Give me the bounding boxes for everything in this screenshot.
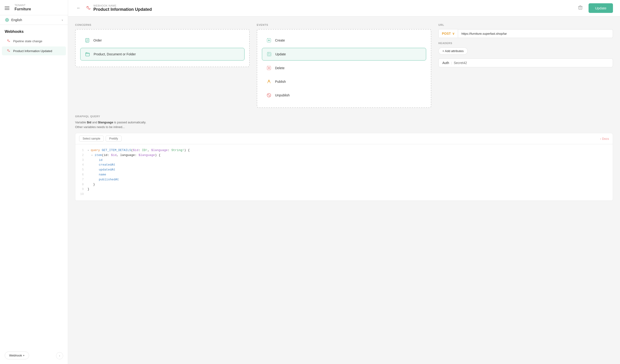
line-num-5: 5 (79, 167, 84, 172)
language-name: English (11, 18, 60, 22)
line-content-3: id (88, 158, 103, 163)
concerns-box: Order Product, Document or Folder (75, 29, 250, 67)
event-unpublish-label: Unpublish (275, 93, 290, 97)
method-value: POST (442, 32, 451, 35)
line-content-2: ▾ item(id: $id, language: $language) { (88, 153, 160, 158)
event-update-label: Update (275, 52, 286, 56)
svg-point-4 (9, 41, 10, 42)
line-num-2: 2 (79, 153, 84, 158)
update-icon (266, 51, 272, 58)
order-icon (84, 37, 91, 44)
code-line-8: 8 } (79, 182, 609, 187)
graphql-code-area[interactable]: 1 ▾ query GET_ITEM_DETAILS($id: ID!, $la… (75, 144, 613, 200)
tenant-label: Tenant (15, 4, 31, 7)
events-label: EVENTS (257, 23, 431, 26)
sidebar-item-product[interactable]: Product Information Updated (2, 46, 66, 55)
collapse-sidebar-button[interactable]: ‹ (56, 352, 63, 359)
http-method-select[interactable]: POST ∨ (438, 29, 458, 38)
graphql-section-label: GRAPHQL QUERY (75, 115, 613, 118)
create-icon (266, 37, 272, 44)
header-auth-row: Auth : Secret42 (438, 58, 613, 67)
header-key-auth: Auth (442, 61, 449, 65)
tenant-name: Furniture (15, 7, 31, 11)
update-button[interactable]: Update (589, 3, 613, 13)
code-line-2: 2 ▾ item(id: $id, language: $language) { (79, 153, 609, 158)
code-line-7: 7 publishedAt (79, 177, 609, 182)
add-webhook-button[interactable]: Webhook + (5, 351, 29, 359)
graphql-section: GRAPHQL QUERY Variable $id and $language… (75, 115, 613, 201)
url-label: URL (438, 23, 613, 26)
pipeline-webhook-icon (7, 39, 11, 43)
svg-point-8 (89, 8, 90, 9)
graphql-description: Variable $id and $language is passed aut… (75, 120, 613, 129)
hamburger-icon[interactable] (5, 7, 9, 10)
code-line-5: 5 updatedAt (79, 167, 609, 172)
line-num-10: 10 (79, 192, 84, 197)
line-content-10 (88, 192, 89, 197)
line-content-6: name (88, 172, 106, 177)
header-value-auth: Secret42 (454, 61, 609, 65)
code-line-3: 3 id (79, 158, 609, 163)
docs-arrow-icon: ‹ (600, 137, 601, 140)
event-publish[interactable]: Publish (262, 76, 426, 88)
code-toolbar: Select sample Prettify ‹ Docs (75, 133, 613, 144)
chevron-down-icon: ∨ (62, 19, 63, 21)
svg-point-7 (87, 6, 88, 7)
publish-icon (266, 78, 272, 85)
method-chevron-icon: ∨ (452, 32, 455, 35)
event-unpublish[interactable]: Unpublish (262, 89, 426, 101)
svg-rect-12 (86, 38, 89, 42)
svg-point-25 (268, 80, 269, 81)
top-bar: ← Webhook name Product Information Updat… (68, 0, 620, 16)
event-publish-label: Publish (275, 80, 286, 83)
graphql-code-container: Select sample Prettify ‹ Docs 1 ▾ query … (75, 133, 613, 201)
select-sample-button[interactable]: Select sample (79, 136, 104, 142)
header-colon: : (451, 61, 452, 65)
line-content-4: createdAt (88, 163, 115, 167)
code-line-4: 4 createdAt (79, 163, 609, 167)
line-num-9: 9 (79, 187, 84, 192)
webhook-title-icon (86, 6, 91, 11)
svg-line-28 (268, 94, 270, 96)
line-content-1: ▾ query GET_ITEM_DETAILS($id: ID!, $lang… (88, 148, 190, 153)
event-delete[interactable]: Delete (262, 62, 426, 74)
sidebar-item-pipeline-label: Pipeline state change (13, 39, 42, 43)
code-line-6: 6 name (79, 172, 609, 177)
sidebar-item-pipeline[interactable]: Pipeline state change (2, 37, 66, 46)
concern-product[interactable]: Product, Document or Folder (80, 48, 245, 61)
line-num-8: 8 (79, 182, 84, 187)
sidebar-header: Tenant Furniture (0, 0, 68, 15)
docs-button[interactable]: ‹ Docs (600, 137, 609, 140)
graphql-id-var: $id (87, 121, 91, 124)
back-button[interactable]: ← (75, 5, 82, 12)
graphql-desc-line2: Other variables needs to be inlined... (75, 125, 125, 129)
svg-rect-20 (267, 52, 271, 56)
concern-order[interactable]: Order (80, 34, 245, 46)
docs-label: Docs (602, 137, 609, 140)
line-content-9: } (88, 187, 89, 192)
events-box: Create Update (257, 29, 431, 108)
event-update[interactable]: Update (262, 48, 426, 61)
line-num-4: 4 (79, 163, 84, 167)
content-area: CONCERNS Order (68, 16, 620, 364)
line-content-8: } (88, 182, 95, 187)
sidebar: Tenant Furniture English ∨ Webhooks Pipe… (0, 0, 68, 364)
url-method-row: POST ∨ (438, 29, 613, 38)
webhook-name-section: Webhook name Product Information Updated (93, 4, 572, 12)
url-endpoint-input[interactable] (458, 29, 613, 38)
line-content-5: updatedAt (88, 167, 115, 172)
product-webhook-icon (7, 49, 11, 53)
add-attributes-button[interactable]: + Add attributes (438, 47, 468, 55)
svg-rect-16 (86, 53, 89, 56)
code-line-10: 10 (79, 192, 609, 197)
event-create[interactable]: Create (262, 34, 426, 46)
line-num-6: 6 (79, 172, 84, 177)
sidebar-section-title: Webhooks (0, 25, 68, 36)
event-delete-label: Delete (275, 66, 284, 70)
delete-webhook-button[interactable] (576, 3, 585, 13)
webhook-title: Product Information Updated (93, 7, 572, 12)
prettify-button[interactable]: Prettify (106, 136, 121, 142)
line-content-7: publishedAt (88, 177, 119, 182)
concerns-section: CONCERNS Order (75, 23, 250, 108)
language-selector[interactable]: English ∨ (0, 15, 68, 25)
